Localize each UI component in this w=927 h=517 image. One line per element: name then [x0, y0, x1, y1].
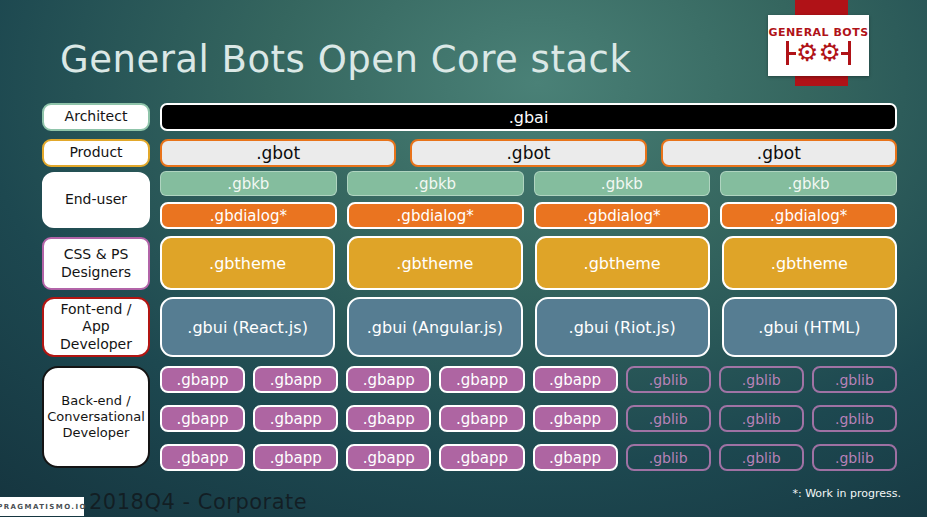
role-label-backend-developer: Back-end / Conversational Developer [42, 366, 150, 468]
row-gbkb: .gbkb .gbkb .gbkb .gbkb [160, 171, 897, 196]
gbot-box: .gbot [410, 139, 646, 167]
general-bots-logo: GENERAL BOTS ⚙ ⚙ [768, 15, 869, 76]
gbui-react-box: .gbui (React.js) [160, 297, 335, 357]
gbkb-box: .gbkb [160, 171, 337, 196]
gblib-box: .gblib [812, 366, 897, 393]
gblib-box: .gblib [812, 405, 897, 432]
row-gbtheme: .gbtheme .gbtheme .gbtheme .gbtheme [160, 236, 897, 290]
gbapp-box: .gbapp [439, 366, 524, 393]
footer-caption: 2018Q4 - Corporate [89, 490, 307, 514]
tool-bar-right-icon [848, 41, 851, 65]
gbdialog-box: .gbdialog* [347, 202, 524, 229]
role-label-frontend-developer: Font-end / App Developer [42, 297, 150, 357]
row-gbot: .gbot .gbot .gbot [160, 139, 897, 167]
gbkb-box: .gbkb [347, 171, 524, 196]
gbai-box: .gbai [160, 103, 897, 131]
row-gbui: .gbui (React.js) .gbui (Angular.js) .gbu… [160, 297, 897, 357]
gear-icon: ⚙ [796, 41, 818, 65]
gbtheme-box: .gbtheme [535, 236, 710, 290]
gbui-html-box: .gbui (HTML) [722, 297, 897, 357]
gbapp-box: .gbapp [160, 405, 245, 432]
slide: General Bots Open Core stack GENERAL BOT… [0, 0, 927, 517]
page-title: General Bots Open Core stack [60, 38, 740, 81]
gbapp-box: .gbapp [346, 405, 431, 432]
gbkb-box: .gbkb [534, 171, 711, 196]
gear-icon: ⚙ [819, 41, 841, 65]
pragmatismo-brand-badge: PRAGMATISMO.IO [0, 497, 84, 516]
gblib-box: .gblib [719, 405, 804, 432]
work-in-progress-note: *: Work in progress. [792, 487, 901, 500]
gbapp-box: .gbapp [533, 444, 618, 471]
gblib-box: .gblib [626, 444, 711, 471]
gbapp-box: .gbapp [439, 405, 524, 432]
gbapp-box: .gbapp [160, 444, 245, 471]
gblib-box: .gblib [626, 366, 711, 393]
gbapp-box: .gbapp [253, 444, 338, 471]
row-backend-1: .gbapp .gbapp .gbapp .gbapp .gbapp .gbli… [160, 366, 897, 393]
role-label-designers: CSS & PS Designers [42, 237, 150, 290]
gbkb-box: .gbkb [720, 171, 897, 196]
row-gbdialog: .gbdialog* .gbdialog* .gbdialog* .gbdial… [160, 202, 897, 229]
gbtheme-box: .gbtheme [722, 236, 897, 290]
gbapp-box: .gbapp [533, 366, 618, 393]
gblib-box: .gblib [719, 444, 804, 471]
role-label-product: Product [42, 139, 150, 167]
gblib-box: .gblib [812, 444, 897, 471]
gbtheme-box: .gbtheme [347, 236, 522, 290]
gbapp-box: .gbapp [346, 366, 431, 393]
role-label-architect: Architect [42, 103, 150, 131]
gbot-box: .gbot [661, 139, 897, 167]
gbapp-box: .gbapp [533, 405, 618, 432]
role-label-end-user: End-user [42, 172, 150, 228]
gbapp-box: .gbapp [253, 405, 338, 432]
row-backend-2: .gbapp .gbapp .gbapp .gbapp .gbapp .gbli… [160, 405, 897, 432]
gbui-angular-box: .gbui (Angular.js) [347, 297, 522, 357]
tool-line-icon [789, 52, 796, 55]
gbdialog-box: .gbdialog* [160, 202, 337, 229]
gbapp-box: .gbapp [253, 366, 338, 393]
gbapp-box: .gbapp [346, 444, 431, 471]
gblib-box: .gblib [719, 366, 804, 393]
gbot-box: .gbot [160, 139, 396, 167]
gbui-riot-box: .gbui (Riot.js) [535, 297, 710, 357]
gbapp-box: .gbapp [160, 366, 245, 393]
gbapp-box: .gbapp [439, 444, 524, 471]
gbtheme-box: .gbtheme [160, 236, 335, 290]
gblib-box: .gblib [626, 405, 711, 432]
tool-line-icon [841, 52, 848, 55]
gears-icon: ⚙ ⚙ [786, 41, 851, 65]
gbdialog-box: .gbdialog* [534, 202, 711, 229]
gbdialog-box: .gbdialog* [720, 202, 897, 229]
row-backend-3: .gbapp .gbapp .gbapp .gbapp .gbapp .gbli… [160, 444, 897, 471]
row-gbai: .gbai [160, 103, 897, 131]
